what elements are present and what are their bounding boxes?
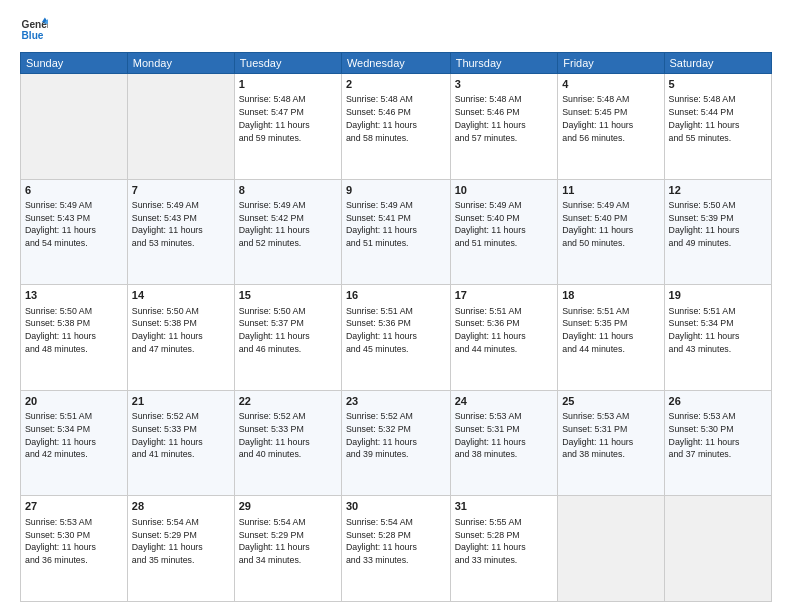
calendar-cell: 13Sunrise: 5:50 AM Sunset: 5:38 PM Dayli… [21, 285, 128, 391]
day-number: 28 [132, 499, 230, 514]
calendar-cell: 18Sunrise: 5:51 AM Sunset: 5:35 PM Dayli… [558, 285, 664, 391]
day-number: 11 [562, 183, 659, 198]
day-number: 10 [455, 183, 554, 198]
calendar-cell: 28Sunrise: 5:54 AM Sunset: 5:29 PM Dayli… [127, 496, 234, 602]
calendar-cell: 25Sunrise: 5:53 AM Sunset: 5:31 PM Dayli… [558, 390, 664, 496]
day-number: 26 [669, 394, 767, 409]
calendar-cell: 30Sunrise: 5:54 AM Sunset: 5:28 PM Dayli… [341, 496, 450, 602]
day-info: Sunrise: 5:50 AM Sunset: 5:38 PM Dayligh… [25, 305, 123, 356]
day-number: 23 [346, 394, 446, 409]
calendar-cell [558, 496, 664, 602]
day-number: 30 [346, 499, 446, 514]
day-info: Sunrise: 5:51 AM Sunset: 5:36 PM Dayligh… [455, 305, 554, 356]
day-number: 9 [346, 183, 446, 198]
calendar-cell: 7Sunrise: 5:49 AM Sunset: 5:43 PM Daylig… [127, 179, 234, 285]
weekday-monday: Monday [127, 53, 234, 74]
weekday-header-row: SundayMondayTuesdayWednesdayThursdayFrid… [21, 53, 772, 74]
day-number: 19 [669, 288, 767, 303]
calendar-cell: 14Sunrise: 5:50 AM Sunset: 5:38 PM Dayli… [127, 285, 234, 391]
day-number: 29 [239, 499, 337, 514]
svg-text:Blue: Blue [22, 30, 44, 41]
day-number: 16 [346, 288, 446, 303]
calendar-cell: 15Sunrise: 5:50 AM Sunset: 5:37 PM Dayli… [234, 285, 341, 391]
day-number: 4 [562, 77, 659, 92]
calendar-cell: 17Sunrise: 5:51 AM Sunset: 5:36 PM Dayli… [450, 285, 558, 391]
week-row-2: 6Sunrise: 5:49 AM Sunset: 5:43 PM Daylig… [21, 179, 772, 285]
day-number: 12 [669, 183, 767, 198]
calendar-cell: 6Sunrise: 5:49 AM Sunset: 5:43 PM Daylig… [21, 179, 128, 285]
day-info: Sunrise: 5:51 AM Sunset: 5:35 PM Dayligh… [562, 305, 659, 356]
calendar-cell: 2Sunrise: 5:48 AM Sunset: 5:46 PM Daylig… [341, 74, 450, 180]
calendar-cell [664, 496, 771, 602]
day-number: 15 [239, 288, 337, 303]
day-number: 27 [25, 499, 123, 514]
calendar-cell: 31Sunrise: 5:55 AM Sunset: 5:28 PM Dayli… [450, 496, 558, 602]
calendar: SundayMondayTuesdayWednesdayThursdayFrid… [20, 52, 772, 602]
calendar-cell: 8Sunrise: 5:49 AM Sunset: 5:42 PM Daylig… [234, 179, 341, 285]
week-row-5: 27Sunrise: 5:53 AM Sunset: 5:30 PM Dayli… [21, 496, 772, 602]
calendar-cell: 23Sunrise: 5:52 AM Sunset: 5:32 PM Dayli… [341, 390, 450, 496]
calendar-cell: 22Sunrise: 5:52 AM Sunset: 5:33 PM Dayli… [234, 390, 341, 496]
calendar-cell [127, 74, 234, 180]
logo-icon: General Blue [20, 16, 48, 44]
day-number: 5 [669, 77, 767, 92]
calendar-cell: 26Sunrise: 5:53 AM Sunset: 5:30 PM Dayli… [664, 390, 771, 496]
day-number: 22 [239, 394, 337, 409]
day-info: Sunrise: 5:51 AM Sunset: 5:34 PM Dayligh… [25, 410, 123, 461]
week-row-3: 13Sunrise: 5:50 AM Sunset: 5:38 PM Dayli… [21, 285, 772, 391]
day-number: 1 [239, 77, 337, 92]
calendar-cell: 20Sunrise: 5:51 AM Sunset: 5:34 PM Dayli… [21, 390, 128, 496]
day-number: 8 [239, 183, 337, 198]
day-info: Sunrise: 5:48 AM Sunset: 5:47 PM Dayligh… [239, 93, 337, 144]
day-info: Sunrise: 5:49 AM Sunset: 5:43 PM Dayligh… [132, 199, 230, 250]
calendar-cell: 21Sunrise: 5:52 AM Sunset: 5:33 PM Dayli… [127, 390, 234, 496]
day-info: Sunrise: 5:48 AM Sunset: 5:44 PM Dayligh… [669, 93, 767, 144]
day-number: 6 [25, 183, 123, 198]
calendar-cell: 4Sunrise: 5:48 AM Sunset: 5:45 PM Daylig… [558, 74, 664, 180]
day-number: 31 [455, 499, 554, 514]
day-info: Sunrise: 5:54 AM Sunset: 5:28 PM Dayligh… [346, 516, 446, 567]
calendar-cell: 1Sunrise: 5:48 AM Sunset: 5:47 PM Daylig… [234, 74, 341, 180]
day-info: Sunrise: 5:52 AM Sunset: 5:32 PM Dayligh… [346, 410, 446, 461]
day-number: 3 [455, 77, 554, 92]
day-info: Sunrise: 5:51 AM Sunset: 5:36 PM Dayligh… [346, 305, 446, 356]
logo: General Blue [20, 16, 54, 44]
calendar-cell: 3Sunrise: 5:48 AM Sunset: 5:46 PM Daylig… [450, 74, 558, 180]
day-info: Sunrise: 5:50 AM Sunset: 5:38 PM Dayligh… [132, 305, 230, 356]
day-number: 20 [25, 394, 123, 409]
day-info: Sunrise: 5:49 AM Sunset: 5:42 PM Dayligh… [239, 199, 337, 250]
calendar-cell: 9Sunrise: 5:49 AM Sunset: 5:41 PM Daylig… [341, 179, 450, 285]
calendar-cell: 16Sunrise: 5:51 AM Sunset: 5:36 PM Dayli… [341, 285, 450, 391]
weekday-thursday: Thursday [450, 53, 558, 74]
day-info: Sunrise: 5:55 AM Sunset: 5:28 PM Dayligh… [455, 516, 554, 567]
header: General Blue [20, 16, 772, 44]
weekday-saturday: Saturday [664, 53, 771, 74]
day-number: 21 [132, 394, 230, 409]
day-number: 18 [562, 288, 659, 303]
day-number: 25 [562, 394, 659, 409]
day-number: 2 [346, 77, 446, 92]
day-info: Sunrise: 5:49 AM Sunset: 5:40 PM Dayligh… [455, 199, 554, 250]
day-info: Sunrise: 5:48 AM Sunset: 5:45 PM Dayligh… [562, 93, 659, 144]
day-number: 17 [455, 288, 554, 303]
day-info: Sunrise: 5:52 AM Sunset: 5:33 PM Dayligh… [239, 410, 337, 461]
calendar-cell: 19Sunrise: 5:51 AM Sunset: 5:34 PM Dayli… [664, 285, 771, 391]
calendar-cell: 24Sunrise: 5:53 AM Sunset: 5:31 PM Dayli… [450, 390, 558, 496]
day-info: Sunrise: 5:50 AM Sunset: 5:37 PM Dayligh… [239, 305, 337, 356]
day-info: Sunrise: 5:49 AM Sunset: 5:40 PM Dayligh… [562, 199, 659, 250]
day-info: Sunrise: 5:53 AM Sunset: 5:31 PM Dayligh… [455, 410, 554, 461]
day-number: 24 [455, 394, 554, 409]
day-info: Sunrise: 5:51 AM Sunset: 5:34 PM Dayligh… [669, 305, 767, 356]
day-info: Sunrise: 5:53 AM Sunset: 5:30 PM Dayligh… [25, 516, 123, 567]
day-info: Sunrise: 5:50 AM Sunset: 5:39 PM Dayligh… [669, 199, 767, 250]
day-info: Sunrise: 5:52 AM Sunset: 5:33 PM Dayligh… [132, 410, 230, 461]
calendar-cell: 11Sunrise: 5:49 AM Sunset: 5:40 PM Dayli… [558, 179, 664, 285]
day-info: Sunrise: 5:54 AM Sunset: 5:29 PM Dayligh… [132, 516, 230, 567]
week-row-1: 1Sunrise: 5:48 AM Sunset: 5:47 PM Daylig… [21, 74, 772, 180]
calendar-cell: 10Sunrise: 5:49 AM Sunset: 5:40 PM Dayli… [450, 179, 558, 285]
day-number: 14 [132, 288, 230, 303]
weekday-wednesday: Wednesday [341, 53, 450, 74]
calendar-cell: 29Sunrise: 5:54 AM Sunset: 5:29 PM Dayli… [234, 496, 341, 602]
calendar-cell: 5Sunrise: 5:48 AM Sunset: 5:44 PM Daylig… [664, 74, 771, 180]
calendar-cell [21, 74, 128, 180]
